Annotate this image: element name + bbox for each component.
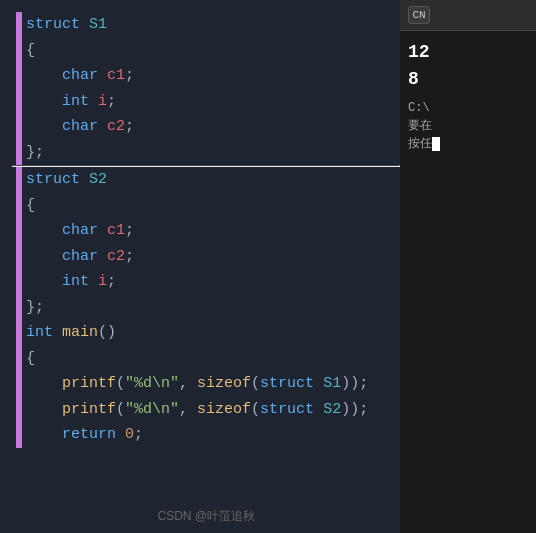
code-token: ; (125, 244, 134, 270)
code-token: , (179, 397, 197, 423)
code-line: }; (12, 140, 400, 166)
code-token: char (62, 244, 98, 270)
code-token: struct (26, 12, 89, 38)
terminal-output-line: 8 (408, 66, 528, 93)
code-line: return 0; (12, 422, 400, 448)
code-token (98, 114, 107, 140)
code-token: i (98, 269, 107, 295)
code-line: char c2; (12, 244, 400, 270)
code-token: , (179, 371, 197, 397)
code-token (98, 244, 107, 270)
terminal-path: C:\ (408, 99, 528, 117)
code-line: int main() (12, 320, 400, 346)
line-gutter (16, 140, 22, 166)
code-token: ; (125, 218, 134, 244)
code-token: ; (107, 269, 116, 295)
code-token: S1 (89, 12, 107, 38)
code-token: S1 (323, 371, 341, 397)
line-gutter (16, 244, 22, 270)
code-token (89, 89, 98, 115)
code-token (26, 422, 62, 448)
code-token: c1 (107, 63, 125, 89)
terminal-prompt1: 要在 (408, 117, 528, 135)
line-gutter (16, 218, 22, 244)
code-token: S2 (89, 167, 107, 193)
line-gutter (16, 422, 22, 448)
code-token: struct (26, 167, 89, 193)
code-token: ( (251, 397, 260, 423)
code-token: int (62, 89, 89, 115)
code-token: 0 (125, 422, 134, 448)
code-token (116, 422, 125, 448)
code-token (26, 89, 62, 115)
code-line: struct S2 (12, 167, 400, 193)
code-line: { (12, 38, 400, 64)
code-token: () (98, 320, 116, 346)
line-gutter (16, 269, 22, 295)
line-gutter (16, 346, 22, 372)
code-token: char (62, 63, 98, 89)
terminal-prompt2: 按任 (408, 135, 528, 153)
code-line: char c1; (12, 218, 400, 244)
code-line: { (12, 346, 400, 372)
line-gutter (16, 167, 22, 193)
code-token: "%d\n" (125, 371, 179, 397)
code-token (314, 371, 323, 397)
line-gutter (16, 12, 22, 38)
code-token (26, 269, 62, 295)
code-token: )); (341, 371, 368, 397)
code-token: ; (125, 63, 134, 89)
code-token (26, 244, 62, 270)
code-line: int i; (12, 269, 400, 295)
line-gutter (16, 89, 22, 115)
code-token: sizeof (197, 371, 251, 397)
code-token: { (26, 346, 35, 372)
code-token: struct (260, 371, 314, 397)
line-gutter (16, 295, 22, 321)
terminal-panel: CN 128 C:\ 要在 按任 (400, 0, 536, 533)
code-panel: struct S1{ char c1; int i; char c2;};str… (0, 0, 400, 533)
code-token: main (62, 320, 98, 346)
code-token: c2 (107, 244, 125, 270)
code-token: { (26, 38, 35, 64)
code-token: ; (107, 89, 116, 115)
code-token: ( (116, 397, 125, 423)
line-gutter (16, 38, 22, 64)
code-token: c1 (107, 218, 125, 244)
code-token (314, 397, 323, 423)
watermark: CSDN @叶菹追秋 (157, 508, 255, 525)
code-token: { (26, 193, 35, 219)
code-token: }; (26, 140, 44, 166)
code-token (98, 63, 107, 89)
code-token (98, 218, 107, 244)
code-token (26, 397, 62, 423)
code-token (89, 269, 98, 295)
code-token: return (62, 422, 116, 448)
code-line: int i; (12, 89, 400, 115)
code-area: struct S1{ char c1; int i; char c2;};str… (0, 0, 400, 460)
line-gutter (16, 371, 22, 397)
code-token (26, 218, 62, 244)
code-token (26, 114, 62, 140)
code-line: char c2; (12, 114, 400, 140)
code-token (26, 371, 62, 397)
line-gutter (16, 114, 22, 140)
terminal-body: 128 C:\ 要在 按任 (400, 31, 536, 533)
code-token (26, 63, 62, 89)
line-gutter (16, 193, 22, 219)
line-gutter (16, 397, 22, 423)
code-token: char (62, 218, 98, 244)
code-line: printf("%d\n", sizeof(struct S1)); (12, 371, 400, 397)
code-token: ( (251, 371, 260, 397)
code-token: c2 (107, 114, 125, 140)
code-line: struct S1 (12, 12, 400, 38)
terminal-output-line: 12 (408, 39, 528, 66)
code-line: { (12, 193, 400, 219)
code-token: char (62, 114, 98, 140)
code-token: int (62, 269, 89, 295)
line-gutter (16, 63, 22, 89)
code-token: int (26, 320, 53, 346)
code-token: printf (62, 397, 116, 423)
code-token: ; (125, 114, 134, 140)
code-token (53, 320, 62, 346)
